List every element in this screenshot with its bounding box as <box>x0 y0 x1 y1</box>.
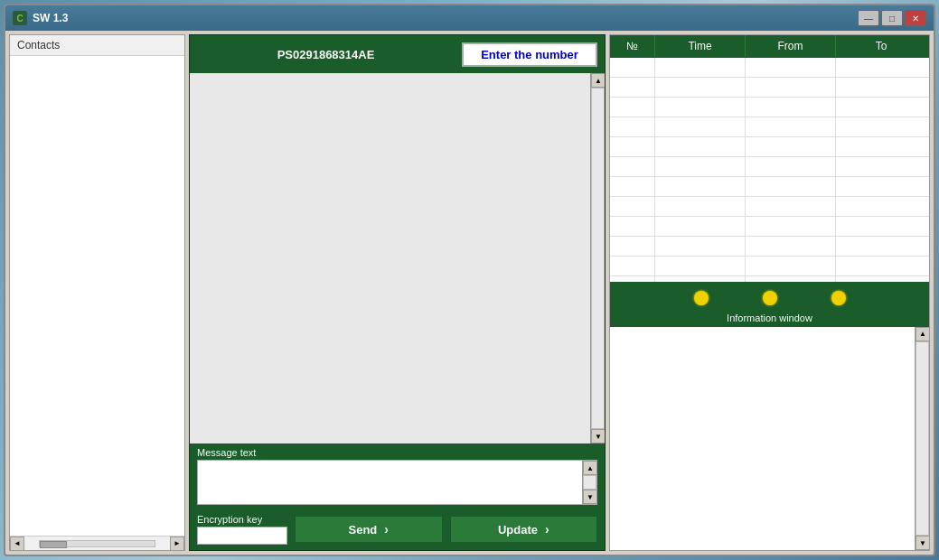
table-row <box>610 58 929 78</box>
info-scroll-down[interactable]: ▼ <box>916 536 929 550</box>
right-panel: № Time From To <box>609 34 930 551</box>
info-scroll-up[interactable]: ▲ <box>916 327 929 341</box>
scroll-left-arrow[interactable]: ◄ <box>10 537 24 551</box>
message-text-section: Message text ▲ ▼ <box>190 443 605 509</box>
table-row <box>610 98 929 117</box>
bottom-bar: Encryption key Send › Update › <box>190 509 605 550</box>
app-icon: C <box>13 11 27 25</box>
table-row <box>610 137 929 157</box>
info-window-label: Information window <box>727 313 812 323</box>
update-arrow-icon: › <box>545 522 549 537</box>
scroll-up-arrow[interactable]: ▲ <box>591 73 605 88</box>
status-dot-2 <box>763 291 777 305</box>
scroll-right-arrow[interactable]: ► <box>170 537 184 551</box>
contacts-scrollbar[interactable]: ◄ ► <box>10 536 184 550</box>
status-dots <box>694 285 846 311</box>
status-dot-1 <box>694 291 709 305</box>
message-display-area: ▲ ▼ <box>190 73 605 443</box>
info-scrollbar[interactable]: ▲ ▼ <box>915 327 929 551</box>
send-arrow-icon: › <box>384 522 389 537</box>
col-header-num: № <box>610 35 655 57</box>
table-row <box>610 117 929 137</box>
middle-header: PS0291868314AE Enter the number <box>190 35 605 73</box>
message-display-scrollbar[interactable]: ▲ ▼ <box>590 73 605 443</box>
message-textarea[interactable] <box>198 461 582 504</box>
maximize-button[interactable]: □ <box>881 10 903 26</box>
info-text-area: ▲ ▼ <box>610 327 929 551</box>
col-header-time: Time <box>655 35 746 57</box>
message-input-area: ▲ ▼ <box>197 460 597 505</box>
scroll-track-2 <box>583 475 596 490</box>
info-scroll-track <box>916 341 929 537</box>
message-input-scrollbar[interactable]: ▲ ▼ <box>582 461 596 504</box>
window-controls: — □ ✕ <box>858 10 926 26</box>
middle-panel: PS0291868314AE Enter the number ▲ ▼ Mess… <box>189 34 606 551</box>
col-header-from: From <box>746 35 836 57</box>
table-row <box>610 78 929 98</box>
encryption-label: Encryption key <box>197 514 287 525</box>
content-area: Contacts ◄ ► PS0291868314AE Enter the nu… <box>5 31 934 555</box>
app-title: SW 1.3 <box>33 12 858 24</box>
enter-number-button[interactable]: Enter the number <box>462 42 597 67</box>
table-row <box>610 157 929 177</box>
update-button[interactable]: Update › <box>450 516 598 543</box>
ps-id: PS0291868314AE <box>197 48 455 61</box>
scroll-track <box>591 88 605 429</box>
table-row <box>610 237 929 257</box>
scroll-thumb[interactable] <box>40 541 67 548</box>
table-body <box>610 58 929 282</box>
scroll-down-arrow[interactable]: ▼ <box>591 429 605 443</box>
title-bar: C SW 1.3 — □ ✕ <box>5 5 934 31</box>
info-section: Information window <box>610 282 929 327</box>
close-button[interactable]: ✕ <box>905 10 926 26</box>
contacts-panel: Contacts ◄ ► <box>9 34 185 551</box>
table-row <box>610 197 929 217</box>
message-text-label: Message text <box>197 447 597 458</box>
contacts-label: Contacts <box>17 39 60 51</box>
scroll-down-arrow-2[interactable]: ▼ <box>583 490 597 504</box>
table-row <box>610 257 929 276</box>
table-header: № Time From To <box>610 35 929 58</box>
main-window: C SW 1.3 — □ ✕ Contacts ◄ ► <box>4 4 935 556</box>
encryption-input[interactable] <box>197 527 287 545</box>
contacts-header: Contacts <box>10 35 184 56</box>
minimize-button[interactable]: — <box>858 10 879 26</box>
col-header-to: To <box>836 35 926 57</box>
scroll-track <box>39 540 155 547</box>
scroll-up-arrow-2[interactable]: ▲ <box>583 461 597 475</box>
table-row <box>610 217 929 237</box>
table-row <box>610 177 929 197</box>
contacts-body <box>10 56 184 536</box>
status-dot-3 <box>831 291 846 305</box>
encryption-section: Encryption key <box>197 514 287 545</box>
send-button[interactable]: Send › <box>295 516 443 543</box>
